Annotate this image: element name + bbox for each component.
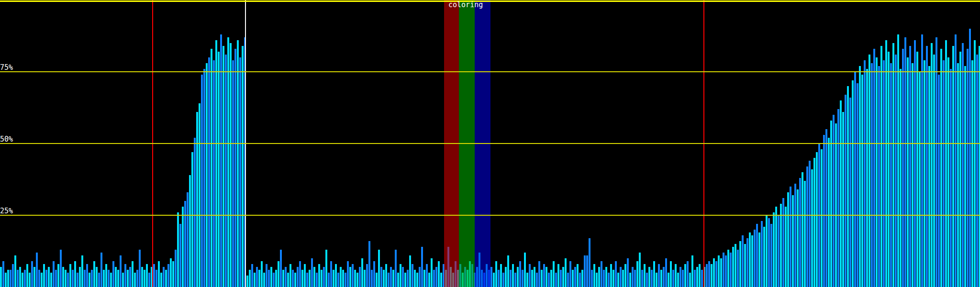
coloring-title: coloring [448,1,483,9]
waveform-scope: 75% 50% 25% coloring [0,0,980,287]
label-layer: 75% 50% 25% coloring [0,0,980,287]
axis-label-50: 50% [0,136,13,143]
axis-label-75: 75% [0,64,13,71]
axis-label-25: 25% [0,208,13,215]
